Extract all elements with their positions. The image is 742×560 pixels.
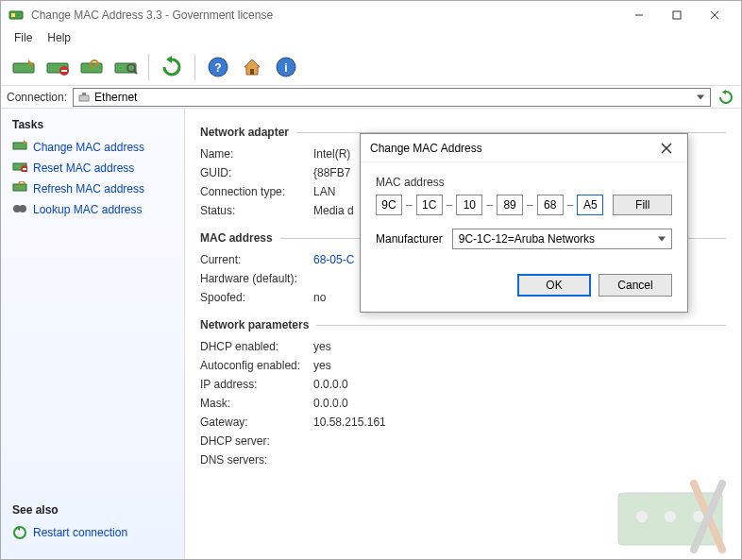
maximize-button[interactable] xyxy=(658,1,696,29)
svg-point-32 xyxy=(665,511,676,522)
svg-rect-28 xyxy=(18,206,22,209)
restart-icon xyxy=(12,525,27,540)
hardware-key: Hardware (default): xyxy=(200,272,313,285)
mask-key: Mask: xyxy=(200,397,313,410)
title-bar: Change MAC Address 3.3 - Government lice… xyxy=(1,1,741,29)
task-lookup-mac[interactable]: Lookup MAC address xyxy=(12,199,173,220)
task-restart-connection[interactable]: Restart connection xyxy=(12,522,173,543)
menu-help[interactable]: Help xyxy=(40,29,78,48)
toolbar-separator xyxy=(148,54,149,80)
task-label: Refresh MAC address xyxy=(33,182,144,195)
dialog-title: Change MAC Address xyxy=(370,142,482,155)
toolbar-lookup-icon[interactable] xyxy=(110,52,141,82)
manufacturer-select[interactable]: 9C-1C-12=Aruba Networks xyxy=(452,229,672,249)
toolbar-reload-icon[interactable] xyxy=(157,52,187,82)
auto-value: yes xyxy=(313,359,331,372)
seealso-heading: See also xyxy=(12,503,173,517)
status-key: Status: xyxy=(200,204,313,217)
toolbar-info-icon[interactable]: i xyxy=(271,52,301,82)
guid-value: {88FB7 xyxy=(313,166,350,179)
mac-octet-3[interactable] xyxy=(456,195,482,215)
menu-bar: File Help xyxy=(1,29,741,48)
toolbar-change-icon[interactable] xyxy=(8,52,39,82)
guid-key: GUID: xyxy=(200,166,313,179)
toolbar-reset-icon[interactable] xyxy=(42,52,73,82)
mac-input-row: – – – – – Fill xyxy=(376,195,672,215)
ethernet-icon xyxy=(77,91,91,104)
app-icon xyxy=(8,8,24,23)
svg-rect-21 xyxy=(13,143,26,149)
current-value[interactable]: 68-05-C xyxy=(313,253,354,266)
menu-file[interactable]: File xyxy=(7,29,40,48)
svg-rect-20 xyxy=(82,93,86,95)
name-value: Intel(R) xyxy=(313,147,350,161)
nic-reset-icon xyxy=(12,161,27,176)
section-mac-address: MAC address xyxy=(200,231,273,245)
task-label: Change MAC address xyxy=(33,141,144,154)
svg-line-13 xyxy=(134,71,137,74)
connection-label: Connection: xyxy=(7,91,67,104)
cancel-button[interactable]: Cancel xyxy=(599,274,672,297)
toolbar-refresh-icon[interactable] xyxy=(76,52,107,82)
svg-rect-25 xyxy=(13,184,26,191)
toolbar-home-icon[interactable] xyxy=(237,52,267,82)
task-reset-mac[interactable]: Reset MAC address xyxy=(12,158,173,178)
mac-octet-4[interactable] xyxy=(497,195,523,215)
sidebar: Tasks Change MAC address Reset MAC addre… xyxy=(1,109,185,559)
toolbar-help-icon[interactable]: ? xyxy=(203,52,233,82)
connection-select[interactable]: Ethernet xyxy=(73,88,711,107)
svg-rect-9 xyxy=(61,70,67,72)
binoculars-icon xyxy=(12,202,27,217)
conn-type-key: Connection type: xyxy=(200,185,313,198)
mac-octet-5[interactable] xyxy=(537,195,564,215)
ip-value: 0.0.0.0 xyxy=(313,378,348,391)
svg-text:?: ? xyxy=(214,61,221,75)
mac-octet-6[interactable] xyxy=(577,195,603,215)
window-title: Change MAC Address 3.3 - Government lice… xyxy=(31,8,620,22)
task-change-mac[interactable]: Change MAC address xyxy=(12,137,173,158)
dhcp-value: yes xyxy=(313,340,331,353)
change-mac-dialog: Change MAC Address MAC address – – – – –… xyxy=(360,133,688,313)
manufacturer-value: 9C-1C-12=Aruba Networks xyxy=(459,232,595,246)
conn-type-value: LAN xyxy=(313,185,335,198)
ip-key: IP address: xyxy=(200,378,313,391)
mac-address-label: MAC address xyxy=(376,176,672,189)
svg-rect-16 xyxy=(250,69,254,75)
nic-refresh-icon xyxy=(12,181,27,196)
dns-key: DNS servers: xyxy=(200,453,313,467)
connection-value: Ethernet xyxy=(94,91,137,104)
connection-row: Connection: Ethernet xyxy=(1,86,741,109)
dhcpsrv-key: DHCP server: xyxy=(200,434,313,448)
task-label: Lookup MAC address xyxy=(33,203,142,216)
spoofed-value: no xyxy=(313,291,326,304)
connection-refresh-icon[interactable] xyxy=(717,88,735,107)
toolbar-separator xyxy=(194,54,195,80)
gw-value: 10.58.215.161 xyxy=(313,416,386,429)
mask-value: 0.0.0.0 xyxy=(313,397,348,410)
dialog-close-button[interactable] xyxy=(655,137,678,160)
minimize-button[interactable] xyxy=(620,1,658,29)
nic-change-icon xyxy=(12,140,27,155)
task-refresh-mac[interactable]: Refresh MAC address xyxy=(12,178,173,199)
svg-point-31 xyxy=(636,511,648,522)
mac-octet-1[interactable] xyxy=(376,195,402,215)
status-value: Media d xyxy=(313,204,354,217)
section-network-parameters: Network parameters xyxy=(200,318,309,331)
current-key: Current: xyxy=(200,253,313,266)
svg-text:i: i xyxy=(284,61,287,75)
svg-rect-19 xyxy=(79,95,89,101)
fill-button[interactable]: Fill xyxy=(613,195,672,215)
ok-button[interactable]: OK xyxy=(517,274,591,297)
name-key: Name: xyxy=(200,147,313,161)
close-button[interactable] xyxy=(696,1,734,29)
auto-key: Autoconfig enabled: xyxy=(200,359,313,372)
svg-rect-3 xyxy=(673,11,681,19)
decor-nic-image xyxy=(599,465,741,559)
toolbar: ? i xyxy=(1,48,741,86)
task-label: Reset MAC address xyxy=(33,161,134,175)
tasks-heading: Tasks xyxy=(12,118,173,131)
mac-octet-2[interactable] xyxy=(416,195,443,215)
spoofed-key: Spoofed: xyxy=(200,291,313,304)
section-network-adapter: Network adapter xyxy=(200,126,289,139)
svg-rect-1 xyxy=(11,13,15,17)
